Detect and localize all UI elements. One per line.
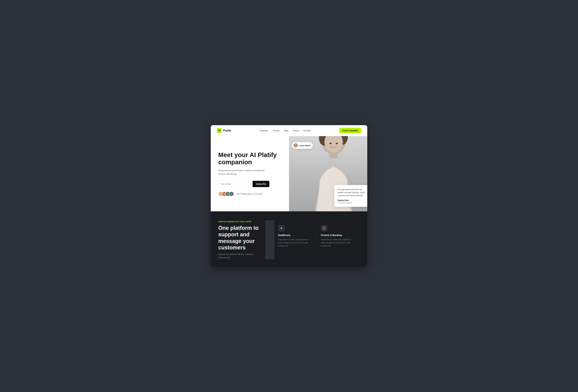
dark-section: Tailored solutions for every sector One … <box>211 211 367 267</box>
svg-point-8 <box>295 144 296 146</box>
svg-rect-1 <box>330 152 337 158</box>
header: Platify Features Pricing Blog About Cont… <box>211 125 367 136</box>
fintech-name: Fintech & Banking <box>321 234 356 237</box>
hero-section: Meet your AI Platify companion Empowerin… <box>211 136 367 211</box>
industry-card-fintech: Fintech & Banking Subscribe to a plan an… <box>317 220 360 259</box>
subscribe-button[interactable]: Subscribe <box>253 181 269 187</box>
dark-section-inner: Tailored solutions for every sector One … <box>218 220 360 259</box>
testimonial-text: This app transformed how we handle custo… <box>337 188 367 197</box>
nav-contact[interactable]: Contact <box>303 129 311 132</box>
email-input[interactable] <box>218 181 253 187</box>
nav-features[interactable]: Features <box>260 129 268 132</box>
healthcare-name: Healthcare <box>278 234 313 237</box>
nav-about[interactable]: About <box>293 129 299 132</box>
healthcare-icon: ♥ <box>278 225 285 231</box>
nav-pricing[interactable]: Pricing <box>273 129 279 132</box>
section-description: Explore our diverse industry solutions, … <box>218 253 265 259</box>
badge-name-text: Lucas Davis <box>299 144 310 147</box>
hero-right: Lucas Davis This app transformed how we … <box>289 136 367 211</box>
avatar-4: J <box>229 191 234 196</box>
hero-title: Meet your AI Platify companion <box>218 151 282 166</box>
logo[interactable]: Platify <box>217 128 231 133</box>
logo-icon <box>217 128 222 133</box>
industry-card-healthcare: ♥ Healthcare Subscribe to a plan and req… <box>274 220 317 259</box>
hero-subtitle: Empowering businesses to deliver excepti… <box>218 169 266 176</box>
social-proof-text: 100+ People gave us 5/5 Stars <box>236 193 262 195</box>
testimonial-card: This app transformed how we handle custo… <box>334 185 367 207</box>
section-title: One platform to support and message your… <box>218 225 265 251</box>
hero-left: Meet your AI Platify companion Empowerin… <box>211 136 289 211</box>
industry-cards: ♥ Healthcare Subscribe to a plan and req… <box>265 220 360 259</box>
svg-point-6 <box>329 143 332 144</box>
user-badge: Lucas Davis <box>292 142 313 149</box>
svg-point-7 <box>336 143 338 144</box>
badge-avatar <box>293 143 298 148</box>
main-nav: Features Pricing Blog About Contact <box>260 129 311 132</box>
browser-window: Platify Features Pricing Blog About Cont… <box>211 125 367 267</box>
section-tag: Tailored solutions for every sector <box>218 220 265 223</box>
remix-template-button[interactable]: Remix template <box>339 128 361 133</box>
dark-section-left: Tailored solutions for every sector One … <box>218 220 265 259</box>
fintech-icon <box>321 225 327 231</box>
social-proof: S M A J 100+ People gave us 5/5 Stars <box>218 191 282 196</box>
fintech-desc: Subscribe to a plan and request as many … <box>321 238 356 247</box>
healthcare-desc: Subscribe to a plan and request as many … <box>278 238 313 247</box>
logo-label: Platify <box>223 129 231 132</box>
nav-blog[interactable]: Blog <box>284 129 288 132</box>
avatar-group: S M A J <box>218 191 234 196</box>
email-form: Subscribe <box>218 181 269 187</box>
testimonial-author: Sophia Park <box>337 199 367 201</box>
testimonial-role: Customer support <box>337 202 367 204</box>
svg-point-10 <box>324 228 324 228</box>
